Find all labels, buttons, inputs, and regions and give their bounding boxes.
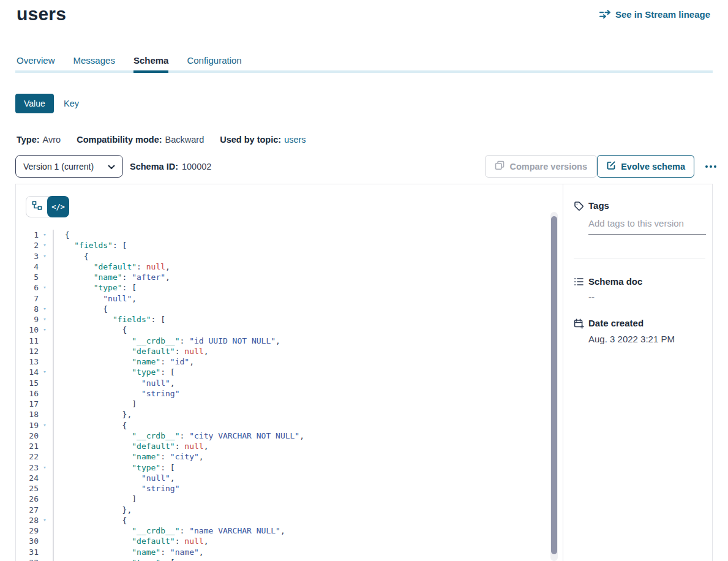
tab-overview[interactable]: Overview [17,55,55,66]
used-by-topic: Used by topic: users [220,135,306,145]
type-label: Type: [17,135,40,145]
date-created-value: Aug. 3 2022 3:21 PM [588,334,675,344]
line-number: 32 [16,557,39,561]
code-line[interactable]: 31 "name": "name", [16,547,700,557]
code-text: "default": null, [50,536,208,546]
stream-lineage-link[interactable]: See in Stream lineage [599,9,710,20]
code-line[interactable]: 23▾ "type": [ [16,462,700,473]
evolve-schema-button[interactable]: Evolve schema [597,155,694,178]
code-line[interactable]: 17 ] [16,399,700,409]
code-line[interactable]: 4 "default": null, [16,262,700,272]
code-line[interactable]: 13 "name": "id", [16,356,700,367]
fold-spacer [40,441,50,451]
code-line[interactable]: 8▾ { [16,304,700,314]
fold-toggle-icon[interactable]: ▾ [40,282,50,293]
topic-link[interactable]: users [284,135,306,145]
fold-spacer [40,346,50,356]
code-line[interactable]: 12 "default": null, [16,346,700,356]
editor-view-toggle: </> [26,196,69,217]
schema-doc-value: -- [588,292,595,302]
code-text: "fields": [ [50,314,165,325]
line-number: 13 [16,356,39,367]
code-text: "name": "after", [50,272,170,282]
fold-toggle-icon[interactable]: ▾ [40,240,50,250]
line-number: 9 [16,314,39,325]
fold-toggle-icon[interactable]: ▾ [40,325,50,335]
fold-toggle-icon[interactable]: ▾ [40,367,50,377]
code-line[interactable]: 15 "null", [16,378,700,388]
compatibility-mode: Compatibility mode: Backward [77,135,204,145]
line-number: 30 [16,536,39,546]
line-number: 21 [16,441,39,451]
code-line[interactable]: 30 "default": null, [16,536,700,546]
code-line[interactable]: 20 "__crdb__": "city VARCHAR NOT NULL", [16,431,700,441]
code-line[interactable]: 18 }, [16,409,700,420]
code-line[interactable]: 7 "null", [16,293,700,304]
stream-lineage-icon [599,10,611,19]
code-line[interactable]: 26 ] [16,494,700,504]
line-number: 3 [16,251,39,262]
code-text: { [50,304,108,314]
code-text: "null", [50,378,175,388]
schema-id: Schema ID: 100002 [130,155,211,178]
code-text: { [50,251,89,262]
code-line[interactable]: 25 "string" [16,483,700,494]
schema-id-label: Schema ID: [130,162,178,171]
fold-spacer [40,431,50,441]
code-line[interactable]: 24 "null", [16,473,700,483]
fold-toggle-icon[interactable]: ▾ [40,314,50,325]
tags-title: Tags [588,200,609,211]
code-text: }, [50,505,132,515]
fold-toggle-icon[interactable]: ▾ [40,462,50,473]
fold-toggle-icon[interactable]: ▾ [40,557,50,561]
code-line[interactable]: 16 "string" [16,388,700,399]
code-text: "null", [50,473,175,483]
version-dropdown[interactable]: Version 1 (current) [15,155,123,178]
more-options-button[interactable] [705,155,716,178]
code-text: ] [50,399,137,409]
schema-page: users See in Stream lineage OverviewMess… [0,0,728,561]
tab-configuration[interactable]: Configuration [187,55,241,66]
compare-versions-button[interactable]: Compare versions [485,155,597,178]
fold-spacer [40,525,50,536]
fold-toggle-icon[interactable]: ▾ [40,515,50,525]
compare-versions-icon [495,160,505,172]
tab-schema[interactable]: Schema [133,55,169,66]
value-toggle-button[interactable]: Value [15,94,54,113]
tree-view-button[interactable] [26,197,47,217]
tags-input[interactable] [588,218,706,235]
sidebar-divider [574,258,705,258]
code-line[interactable]: 27 }, [16,505,700,515]
editor-scrollbar-thumb[interactable] [551,216,557,554]
code-text: "type": [ [50,282,137,293]
line-number: 31 [16,547,39,557]
ellipsis-icon [705,165,708,168]
key-toggle-link[interactable]: Key [64,99,79,108]
tab-messages[interactable]: Messages [73,55,115,66]
code-text: "type": [ [50,367,175,377]
code-line[interactable]: 19▾ { [16,420,700,431]
fold-toggle-icon[interactable]: ▾ [40,251,50,262]
code-line[interactable]: 3▾ { [16,251,700,262]
line-number: 15 [16,378,39,388]
code-line[interactable]: 21 "default": null, [16,441,700,451]
line-number: 24 [16,473,39,483]
code-line[interactable]: 28▾ { [16,515,700,525]
fold-toggle-icon[interactable]: ▾ [40,420,50,431]
fold-toggle-icon[interactable]: ▾ [40,230,50,240]
line-number: 19 [16,420,39,431]
code-line[interactable]: 22 "name": "city", [16,451,700,462]
tab-bar: OverviewMessagesSchemaConfiguration [17,55,242,66]
code-line[interactable]: 29 "__crdb__": "name VARCHAR NULL", [16,525,700,536]
fold-spacer [40,547,50,557]
code-line[interactable]: 32▾ "type": [ [16,557,700,561]
code-view-button[interactable]: </> [47,196,69,217]
code-line[interactable]: 14▾ "type": [ [16,367,700,377]
line-number: 6 [16,282,39,293]
code-text: "name": "city", [50,451,204,462]
fold-spacer [40,536,50,546]
schema-doc-icon [574,277,584,289]
fold-toggle-icon[interactable]: ▾ [40,304,50,314]
code-line[interactable]: 2▾ "fields": [ [16,240,700,250]
code-view-icon: </> [51,203,65,211]
